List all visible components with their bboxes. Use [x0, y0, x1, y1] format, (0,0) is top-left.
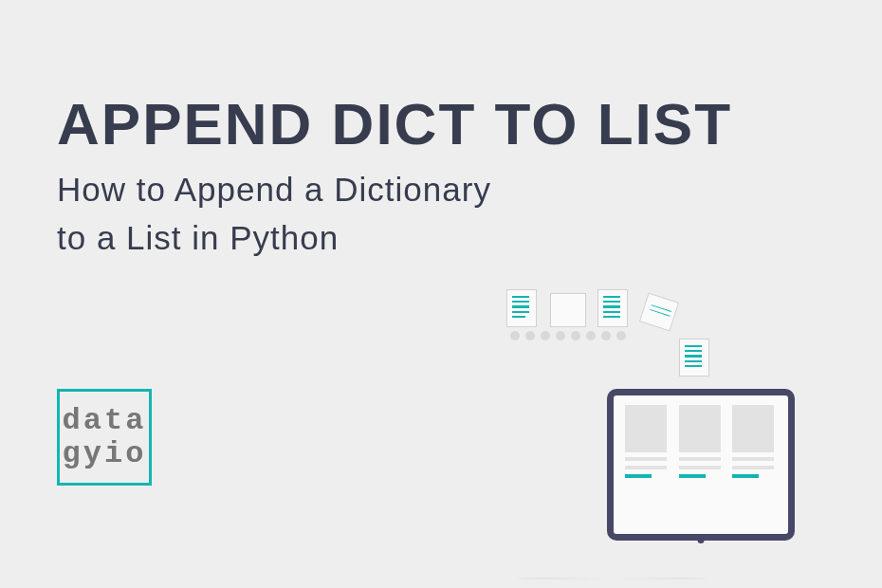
monitor-shadow: [517, 578, 707, 580]
page-title: APPEND DICT TO LIST: [57, 90, 732, 157]
logo-text-line-2: gyio: [63, 437, 147, 470]
document-icon: [506, 289, 537, 327]
logo-text-line-1: data: [63, 404, 147, 437]
progress-dots: [510, 331, 626, 340]
subtitle-line-1: How to Append a Dictionary: [57, 171, 491, 208]
logo-datagyio: data gyio: [57, 389, 152, 486]
document-icon: [679, 339, 709, 377]
document-icon: [550, 293, 586, 327]
monitor-icon: [607, 389, 795, 583]
page-subtitle: How to Append a Dictionary to a List in …: [57, 166, 491, 263]
illustration-computer-documents: [484, 289, 825, 583]
subtitle-line-2: to a List in Python: [57, 219, 339, 256]
document-icon: [597, 289, 628, 327]
document-icon: [639, 293, 679, 332]
